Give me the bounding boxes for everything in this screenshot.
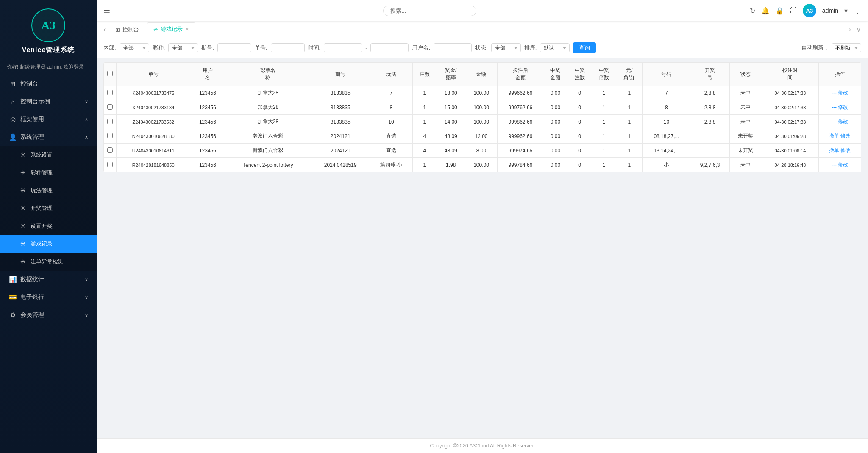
action-link-1[interactable]: 撤单 [829,133,839,139]
cell-status: 未开奖 [729,129,762,144]
cell-unit: 1 [616,100,643,115]
cell-win-times: 1 [592,115,616,129]
sidebar-item-member-mgmt[interactable]: ⚙ 会员管理 ∨ [0,306,97,324]
order-input[interactable] [271,43,305,52]
cell-win-amount: 0.00 [543,158,568,172]
header: ☰ ↻ 🔔 🔒 ⛶ A3 admin ▾ ⋮ [97,0,868,21]
cell-after-amount: 999784.66 [498,158,543,172]
cell-win-bets: 0 [568,144,592,158]
sidebar-item-label: 系统管理 [20,133,44,141]
sidebar-item-play-mgmt[interactable]: ✳ 玩法管理 [0,182,97,199]
tab-dashboard[interactable]: ⊞ 控制台 [109,23,145,36]
tab-nav-next[interactable]: › [847,26,853,33]
sidebar-item-data-stats[interactable]: 📊 数据统计 ∨ [0,271,97,288]
row-checkbox-cell [104,144,117,158]
sidebar-item-dashboard[interactable]: ⊞ 控制台 [0,75,97,93]
sidebar-item-game-record[interactable]: ✳ 游戏记录 [0,235,97,253]
cell-win-amount: 0.00 [543,100,568,115]
period-input[interactable] [217,43,251,52]
cell-status: 未中 [729,86,762,100]
table-container: 单号 用户名 彩票名称 期号 玩法 注数 奖金/赔率 金额 投注后金额 中奖金额… [97,58,868,438]
lottery-select[interactable]: 全部 [168,43,198,52]
cell-numbers: 8 [643,100,690,115]
internal-select[interactable]: 全部 [120,43,149,52]
col-play: 玩法 [370,63,413,86]
cell-bet-count: 1 [412,100,437,115]
row-checkbox[interactable] [107,119,113,124]
chevron-down-icon[interactable]: ▾ [844,7,848,15]
filter-right: 自动刷新： 不刷新 [801,43,861,52]
username-filter-input[interactable] [434,43,472,52]
time-label: 时间: [308,44,321,52]
action-link-1[interactable]: 撤单 [829,147,839,153]
period-label: 期号: [201,44,214,52]
row-checkbox[interactable] [107,147,113,153]
action-link-1[interactable]: --- [832,119,837,124]
sidebar-item-e-bank[interactable]: 💳 电子银行 ∨ [0,288,97,306]
lock-icon[interactable]: 🔒 [776,7,784,15]
row-checkbox[interactable] [107,133,113,138]
cell-lottery-name: 老澳门六合彩 [225,129,311,144]
auto-refresh-select[interactable]: 不刷新 [832,43,861,52]
more-options-icon[interactable]: ⋮ [854,6,861,15]
action-link-1[interactable]: --- [832,162,837,168]
col-bet-time: 投注时间 [762,63,819,86]
action-link-2[interactable]: 修改 [838,104,848,110]
status-select[interactable]: 全部 [491,43,521,52]
row-checkbox[interactable] [107,90,113,95]
row-checkbox-cell [104,86,117,100]
cell-after-amount: 999862.66 [498,115,543,129]
action-link-2[interactable]: 修改 [840,133,851,139]
sidebar-item-open-mgmt[interactable]: ✳ 开奖管理 [0,199,97,217]
cell-play: 第四球-小 [370,158,413,172]
cell-bet-count: 1 [412,115,437,129]
bell-icon[interactable]: 🔔 [761,7,770,15]
table-row: K240430021733184 123456 加拿大28 3133835 8 … [104,100,861,115]
action-link-2[interactable]: 修改 [840,147,851,153]
cell-order-no: K240430021733184 [117,100,190,115]
tab-close-icon[interactable]: ✕ [185,27,189,32]
search-input[interactable] [383,6,476,16]
time-start-input[interactable] [324,43,362,52]
refresh-icon[interactable]: ↻ [750,7,755,15]
select-all-checkbox[interactable] [107,71,113,76]
sidebar-item-dashboard-example[interactable]: ⌂ 控制台示例 ∨ [0,93,97,110]
action-link-2[interactable]: 修改 [838,90,848,96]
cell-win-bets: 0 [568,129,592,144]
cell-action: 撤单 修改 [819,144,861,158]
action-link-2[interactable]: 修改 [838,162,848,168]
filter-bar: 内部: 全部 彩种: 全部 期号: 单号: 时间: - 用户名: 状态: 全部 … [97,38,868,58]
action-link-1[interactable]: --- [832,90,837,96]
sidebar-item-sys-mgmt[interactable]: 👤 系统管理 ∧ [0,128,97,146]
cell-draw-no: 2,8,8 [690,115,729,129]
sidebar-item-framework[interactable]: ◎ 框架使用 ∧ [0,110,97,128]
action-link-2[interactable]: 修改 [838,119,848,124]
time-end-input[interactable] [370,43,409,52]
hamburger-icon[interactable]: ☰ [103,6,110,15]
row-checkbox[interactable] [107,104,113,110]
table-row: R240428181648850 123456 Tencent 2-point … [104,158,861,172]
sort-select[interactable]: 默认 [540,43,570,52]
username-label[interactable]: admin [822,7,838,14]
action-link-1[interactable]: --- [832,104,837,110]
tab-nav-dropdown[interactable]: ∨ [854,25,863,33]
cell-bet-time: 04-30 01:06:28 [762,129,819,144]
sidebar-item-set-open[interactable]: ✳ 设置开奖 [0,217,97,235]
sidebar-item-label: 控制台示例 [20,98,50,105]
sidebar-item-lottery-mgmt[interactable]: ✳ 彩种管理 [0,164,97,182]
tab-game-record[interactable]: ✳ 游戏记录 ✕ [147,22,195,36]
sidebar-item-label: 控制台 [20,80,38,88]
cell-draw-no [690,144,729,158]
sidebar-item-order-check[interactable]: ✳ 注单异常检测 [0,253,97,271]
row-checkbox-cell [104,100,117,115]
cell-draw-no [690,129,729,144]
row-checkbox[interactable] [107,162,113,167]
tab-nav-prev[interactable]: ‹ [102,26,107,33]
cell-amount: 100.00 [465,100,498,115]
cell-order-no: N240430010628180 [117,129,190,144]
query-button[interactable]: 查询 [573,42,596,53]
sidebar-item-sys-settings[interactable]: ✳ 系统设置 [0,146,97,164]
bank-icon: 💳 [8,293,17,301]
fullscreen-icon[interactable]: ⛶ [790,7,797,14]
cell-win-bets: 0 [568,100,592,115]
